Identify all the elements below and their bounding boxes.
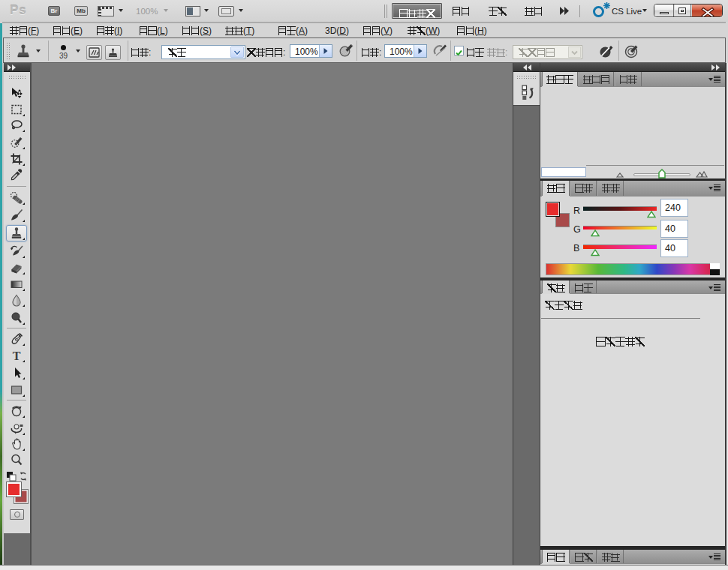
svg-text:T: T: [13, 350, 21, 362]
